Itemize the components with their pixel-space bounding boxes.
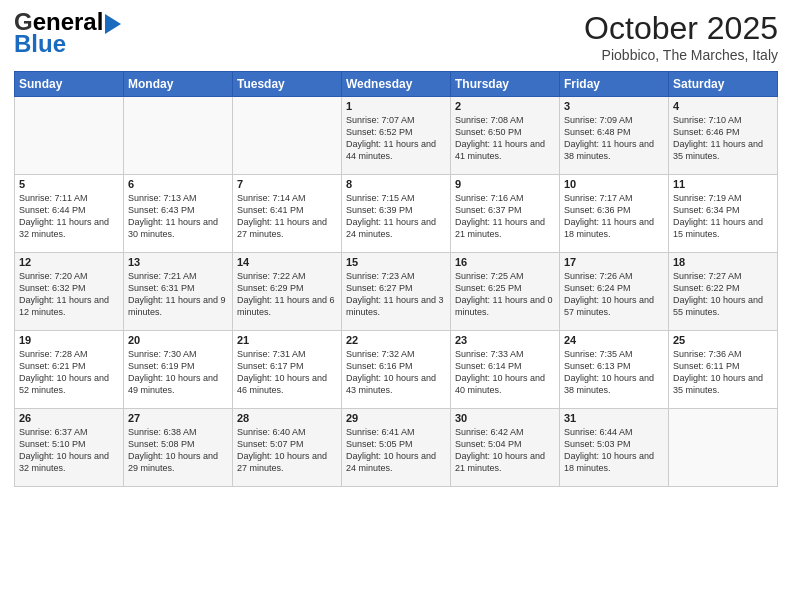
- day-info: Sunrise: 7:33 AM Sunset: 6:14 PM Dayligh…: [455, 348, 555, 397]
- day-info: Sunrise: 7:09 AM Sunset: 6:48 PM Dayligh…: [564, 114, 664, 163]
- header-tuesday: Tuesday: [233, 72, 342, 97]
- day-cell: 31Sunrise: 6:44 AM Sunset: 5:03 PM Dayli…: [560, 409, 669, 487]
- calendar-table: Sunday Monday Tuesday Wednesday Thursday…: [14, 71, 778, 487]
- day-cell: 27Sunrise: 6:38 AM Sunset: 5:08 PM Dayli…: [124, 409, 233, 487]
- day-info: Sunrise: 6:42 AM Sunset: 5:04 PM Dayligh…: [455, 426, 555, 475]
- day-cell: 24Sunrise: 7:35 AM Sunset: 6:13 PM Dayli…: [560, 331, 669, 409]
- day-info: Sunrise: 6:37 AM Sunset: 5:10 PM Dayligh…: [19, 426, 119, 475]
- day-cell: 2Sunrise: 7:08 AM Sunset: 6:50 PM Daylig…: [451, 97, 560, 175]
- day-number: 13: [128, 256, 228, 268]
- day-cell: 12Sunrise: 7:20 AM Sunset: 6:32 PM Dayli…: [15, 253, 124, 331]
- day-info: Sunrise: 6:40 AM Sunset: 5:07 PM Dayligh…: [237, 426, 337, 475]
- day-info: Sunrise: 7:31 AM Sunset: 6:17 PM Dayligh…: [237, 348, 337, 397]
- day-number: 31: [564, 412, 664, 424]
- week-row-1: 1Sunrise: 7:07 AM Sunset: 6:52 PM Daylig…: [15, 97, 778, 175]
- day-info: Sunrise: 7:07 AM Sunset: 6:52 PM Dayligh…: [346, 114, 446, 163]
- day-info: Sunrise: 7:36 AM Sunset: 6:11 PM Dayligh…: [673, 348, 773, 397]
- day-info: Sunrise: 7:13 AM Sunset: 6:43 PM Dayligh…: [128, 192, 228, 241]
- title-block: October 2025 Piobbico, The Marches, Ital…: [584, 10, 778, 63]
- logo-blue: Blue: [14, 32, 121, 56]
- day-info: Sunrise: 7:10 AM Sunset: 6:46 PM Dayligh…: [673, 114, 773, 163]
- day-cell: [124, 97, 233, 175]
- day-info: Sunrise: 7:23 AM Sunset: 6:27 PM Dayligh…: [346, 270, 446, 319]
- location: Piobbico, The Marches, Italy: [584, 47, 778, 63]
- day-info: Sunrise: 7:08 AM Sunset: 6:50 PM Dayligh…: [455, 114, 555, 163]
- day-cell: 18Sunrise: 7:27 AM Sunset: 6:22 PM Dayli…: [669, 253, 778, 331]
- day-info: Sunrise: 7:17 AM Sunset: 6:36 PM Dayligh…: [564, 192, 664, 241]
- day-number: 15: [346, 256, 446, 268]
- day-cell: [669, 409, 778, 487]
- header-saturday: Saturday: [669, 72, 778, 97]
- day-info: Sunrise: 7:30 AM Sunset: 6:19 PM Dayligh…: [128, 348, 228, 397]
- day-cell: 9Sunrise: 7:16 AM Sunset: 6:37 PM Daylig…: [451, 175, 560, 253]
- day-number: 12: [19, 256, 119, 268]
- day-info: Sunrise: 7:32 AM Sunset: 6:16 PM Dayligh…: [346, 348, 446, 397]
- day-info: Sunrise: 7:14 AM Sunset: 6:41 PM Dayligh…: [237, 192, 337, 241]
- day-number: 3: [564, 100, 664, 112]
- day-cell: 15Sunrise: 7:23 AM Sunset: 6:27 PM Dayli…: [342, 253, 451, 331]
- day-number: 10: [564, 178, 664, 190]
- day-cell: 4Sunrise: 7:10 AM Sunset: 6:46 PM Daylig…: [669, 97, 778, 175]
- calendar-container: General Blue October 2025 Piobbico, The …: [0, 0, 792, 497]
- day-number: 14: [237, 256, 337, 268]
- day-cell: 3Sunrise: 7:09 AM Sunset: 6:48 PM Daylig…: [560, 97, 669, 175]
- day-cell: 5Sunrise: 7:11 AM Sunset: 6:44 PM Daylig…: [15, 175, 124, 253]
- day-cell: 11Sunrise: 7:19 AM Sunset: 6:34 PM Dayli…: [669, 175, 778, 253]
- day-cell: 17Sunrise: 7:26 AM Sunset: 6:24 PM Dayli…: [560, 253, 669, 331]
- day-cell: 8Sunrise: 7:15 AM Sunset: 6:39 PM Daylig…: [342, 175, 451, 253]
- day-cell: 14Sunrise: 7:22 AM Sunset: 6:29 PM Dayli…: [233, 253, 342, 331]
- day-number: 16: [455, 256, 555, 268]
- day-cell: 20Sunrise: 7:30 AM Sunset: 6:19 PM Dayli…: [124, 331, 233, 409]
- day-number: 8: [346, 178, 446, 190]
- day-number: 19: [19, 334, 119, 346]
- day-cell: 6Sunrise: 7:13 AM Sunset: 6:43 PM Daylig…: [124, 175, 233, 253]
- day-number: 23: [455, 334, 555, 346]
- day-info: Sunrise: 7:19 AM Sunset: 6:34 PM Dayligh…: [673, 192, 773, 241]
- day-info: Sunrise: 7:26 AM Sunset: 6:24 PM Dayligh…: [564, 270, 664, 319]
- day-info: Sunrise: 6:41 AM Sunset: 5:05 PM Dayligh…: [346, 426, 446, 475]
- day-info: Sunrise: 6:38 AM Sunset: 5:08 PM Dayligh…: [128, 426, 228, 475]
- day-cell: [15, 97, 124, 175]
- day-number: 1: [346, 100, 446, 112]
- day-number: 7: [237, 178, 337, 190]
- week-row-5: 26Sunrise: 6:37 AM Sunset: 5:10 PM Dayli…: [15, 409, 778, 487]
- day-cell: 23Sunrise: 7:33 AM Sunset: 6:14 PM Dayli…: [451, 331, 560, 409]
- logo-text-block: General Blue: [14, 10, 121, 56]
- day-info: Sunrise: 7:25 AM Sunset: 6:25 PM Dayligh…: [455, 270, 555, 319]
- header-sunday: Sunday: [15, 72, 124, 97]
- day-cell: 10Sunrise: 7:17 AM Sunset: 6:36 PM Dayli…: [560, 175, 669, 253]
- day-cell: 7Sunrise: 7:14 AM Sunset: 6:41 PM Daylig…: [233, 175, 342, 253]
- day-info: Sunrise: 7:15 AM Sunset: 6:39 PM Dayligh…: [346, 192, 446, 241]
- calendar-body: 1Sunrise: 7:07 AM Sunset: 6:52 PM Daylig…: [15, 97, 778, 487]
- day-number: 22: [346, 334, 446, 346]
- day-info: Sunrise: 7:11 AM Sunset: 6:44 PM Dayligh…: [19, 192, 119, 241]
- day-info: Sunrise: 7:22 AM Sunset: 6:29 PM Dayligh…: [237, 270, 337, 319]
- day-number: 26: [19, 412, 119, 424]
- days-header-row: Sunday Monday Tuesday Wednesday Thursday…: [15, 72, 778, 97]
- logo: General Blue: [14, 10, 121, 56]
- day-number: 11: [673, 178, 773, 190]
- day-number: 6: [128, 178, 228, 190]
- week-row-2: 5Sunrise: 7:11 AM Sunset: 6:44 PM Daylig…: [15, 175, 778, 253]
- day-info: Sunrise: 6:44 AM Sunset: 5:03 PM Dayligh…: [564, 426, 664, 475]
- day-cell: 1Sunrise: 7:07 AM Sunset: 6:52 PM Daylig…: [342, 97, 451, 175]
- week-row-4: 19Sunrise: 7:28 AM Sunset: 6:21 PM Dayli…: [15, 331, 778, 409]
- day-cell: 22Sunrise: 7:32 AM Sunset: 6:16 PM Dayli…: [342, 331, 451, 409]
- day-info: Sunrise: 7:28 AM Sunset: 6:21 PM Dayligh…: [19, 348, 119, 397]
- day-cell: 13Sunrise: 7:21 AM Sunset: 6:31 PM Dayli…: [124, 253, 233, 331]
- day-number: 24: [564, 334, 664, 346]
- day-number: 4: [673, 100, 773, 112]
- day-cell: 21Sunrise: 7:31 AM Sunset: 6:17 PM Dayli…: [233, 331, 342, 409]
- day-cell: 28Sunrise: 6:40 AM Sunset: 5:07 PM Dayli…: [233, 409, 342, 487]
- day-info: Sunrise: 7:21 AM Sunset: 6:31 PM Dayligh…: [128, 270, 228, 319]
- day-number: 28: [237, 412, 337, 424]
- day-cell: 30Sunrise: 6:42 AM Sunset: 5:04 PM Dayli…: [451, 409, 560, 487]
- header-monday: Monday: [124, 72, 233, 97]
- day-info: Sunrise: 7:27 AM Sunset: 6:22 PM Dayligh…: [673, 270, 773, 319]
- day-number: 20: [128, 334, 228, 346]
- day-cell: 16Sunrise: 7:25 AM Sunset: 6:25 PM Dayli…: [451, 253, 560, 331]
- day-info: Sunrise: 7:20 AM Sunset: 6:32 PM Dayligh…: [19, 270, 119, 319]
- day-number: 30: [455, 412, 555, 424]
- day-number: 27: [128, 412, 228, 424]
- day-number: 18: [673, 256, 773, 268]
